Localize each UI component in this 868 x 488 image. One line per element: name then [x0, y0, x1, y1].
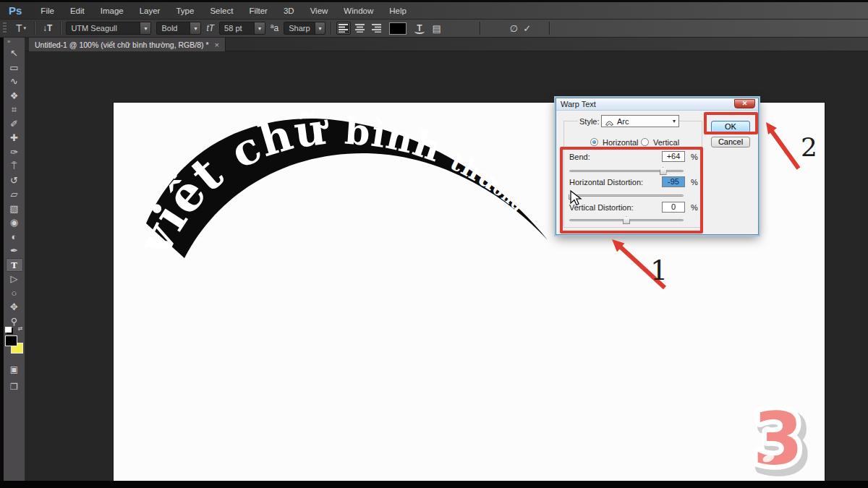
preset-dropdown-arrow-icon: ▾ — [24, 25, 27, 31]
font-size-value: 58 pt — [220, 24, 254, 33]
tool-clone-stamp[interactable]: ⍑ — [6, 159, 23, 174]
step-1-label: 1 — [650, 254, 668, 286]
screen-mode-button[interactable]: ❐ — [6, 380, 23, 393]
menu-item-help[interactable]: Help — [389, 7, 407, 15]
zoom-tool-icon: ⚲ — [11, 317, 18, 326]
tool-rectangular-marquee[interactable]: ▭ — [6, 61, 23, 75]
foreground-color-swatch[interactable] — [5, 335, 17, 346]
cancel-edits-button[interactable]: ∅ — [510, 23, 518, 34]
align-left-icon — [339, 24, 349, 33]
tool-pen[interactable]: ✒ — [6, 244, 23, 258]
tool-gradient[interactable]: ▧ — [6, 202, 23, 216]
blur-tool-icon: ◉ — [10, 218, 18, 227]
align-right-button[interactable] — [370, 22, 384, 35]
text-orientation-button[interactable]: ↓T — [40, 22, 55, 35]
tool-ellipse[interactable]: ○ — [6, 286, 23, 301]
menu-item-image[interactable]: Image — [101, 7, 124, 15]
warp-text-button[interactable]: T — [412, 22, 427, 35]
separator — [331, 22, 331, 35]
tool-history-brush[interactable]: ↺ — [6, 174, 23, 188]
style-label: Style: — [578, 117, 601, 126]
tool-type[interactable]: T — [6, 258, 23, 273]
align-left-button[interactable] — [336, 22, 351, 35]
tool-path-selection[interactable]: ▷ — [6, 272, 23, 286]
style-dropdown[interactable]: Arc ▾ — [601, 115, 679, 127]
tools-panel: » ↖ ▭ ∿ ❖ ⌗ ✐ ✚ ✑ ⍑ ↺ ▱ ▧ ◉ ◐ ✒ T ▷ ○ ✥ … — [4, 38, 25, 481]
tool-eyedropper[interactable]: ✐ — [6, 117, 23, 132]
menu-item-edit[interactable]: Edit — [70, 7, 85, 15]
tool-lasso[interactable]: ∿ — [6, 74, 23, 89]
tool-blur[interactable]: ◉ — [6, 215, 23, 230]
separator — [34, 22, 35, 35]
tool-move[interactable]: ↖ — [6, 46, 23, 61]
menu-bar: Ps File Edit Image Layer Type Select Fil… — [0, 2, 868, 20]
quick-mask-button[interactable]: ▣ — [6, 363, 23, 376]
tool-preset-button[interactable]: T ▾ — [13, 22, 29, 35]
warp-text-icon: T — [414, 23, 424, 33]
swap-colors-icon[interactable]: ⇄ — [18, 325, 23, 332]
step-3-badge: 3 3 3 — [744, 404, 819, 479]
style-dropdown-arrow-icon: ▾ — [673, 118, 676, 124]
align-center-icon — [355, 24, 365, 33]
anti-alias-icon: ªa — [271, 23, 278, 33]
move-tool-icon: ↖ — [10, 48, 18, 58]
horizontal-radio-label: Horizontal — [601, 138, 640, 147]
menu-item-filter[interactable]: Filter — [249, 7, 268, 15]
bottom-strip — [0, 481, 868, 488]
ellipse-tool-icon: ○ — [12, 288, 17, 298]
menu-item-view[interactable]: View — [310, 7, 328, 15]
menu-item-type[interactable]: Type — [176, 7, 194, 15]
cancel-button[interactable]: Cancel — [711, 137, 750, 147]
commit-edits-button[interactable]: ✓ — [523, 23, 531, 34]
separator — [60, 22, 61, 35]
dodge-tool-icon: ◐ — [12, 232, 17, 241]
tool-quick-selection[interactable]: ❖ — [6, 89, 23, 103]
menu-item-window[interactable]: Window — [344, 7, 373, 15]
toolbar-collapse-icon[interactable]: » — [4, 38, 10, 46]
default-colors-icon[interactable] — [5, 327, 12, 333]
document-tab[interactable]: Untitled-1 @ 100% (viết chữ bình thường,… — [29, 38, 226, 51]
tool-brush[interactable]: ✑ — [6, 145, 23, 160]
font-family-select[interactable]: UTM Seagull ▾ — [66, 22, 151, 35]
tool-dodge[interactable]: ◐ — [6, 230, 23, 244]
tool-hand[interactable]: ✥ — [6, 300, 23, 314]
toggle-panels-button[interactable]: ▤ — [433, 23, 441, 34]
tool-eraser[interactable]: ▱ — [6, 187, 23, 202]
history-brush-tool-icon: ↺ — [10, 176, 18, 185]
anti-alias-select[interactable]: Sharp ▾ — [284, 22, 326, 35]
horizontal-radio[interactable] — [590, 138, 598, 146]
options-bar: T ▾ ↓T UTM Seagull ▾ Bold ▾ tT 58 pt ▾ ª… — [0, 20, 868, 38]
annotation-box-ok — [704, 112, 758, 134]
tool-crop[interactable]: ⌗ — [6, 103, 23, 117]
color-controls: ⇄ — [5, 334, 24, 359]
align-center-button[interactable] — [353, 22, 367, 35]
path-selection-tool-icon: ▷ — [11, 274, 18, 283]
dropdown-arrow-icon: ▾ — [254, 22, 265, 34]
step-2-label: 2 — [801, 132, 817, 162]
tab-close-icon[interactable]: × — [215, 40, 219, 49]
vertical-radio-label: Vertical — [652, 138, 681, 147]
eraser-tool-icon: ▱ — [11, 189, 18, 199]
tool-spot-healing-brush[interactable]: ✚ — [6, 131, 23, 145]
dropdown-arrow-icon: ▾ — [315, 22, 326, 34]
menu-item-select[interactable]: Select — [210, 7, 233, 15]
document-tab-title: Untitled-1 @ 100% (viết chữ bình thường,… — [35, 40, 209, 49]
pen-tool-icon: ✒ — [10, 246, 18, 255]
font-family-value: UTM Seagull — [67, 24, 140, 33]
hand-tool-icon: ✥ — [10, 302, 18, 312]
warped-text-seg3: bình — [344, 110, 461, 176]
vertical-radio[interactable] — [641, 138, 649, 146]
badge-number: 3 — [753, 404, 803, 479]
dialog-title: Warp Text — [561, 100, 596, 108]
menu-item-file[interactable]: File — [41, 7, 54, 15]
dialog-close-button[interactable]: ✕ — [734, 99, 755, 108]
marquee-tool-icon: ▭ — [9, 63, 18, 72]
font-style-select[interactable]: Bold ▾ — [156, 22, 201, 35]
dialog-title-bar[interactable]: Warp Text — [556, 98, 758, 111]
menu-item-3d[interactable]: 3D — [284, 7, 294, 15]
menu-item-layer[interactable]: Layer — [140, 7, 161, 15]
annotation-box-sliders — [560, 147, 703, 234]
arc-style-icon — [605, 117, 614, 126]
text-color-swatch[interactable] — [389, 22, 407, 35]
font-size-select[interactable]: 58 pt ▾ — [219, 22, 265, 35]
